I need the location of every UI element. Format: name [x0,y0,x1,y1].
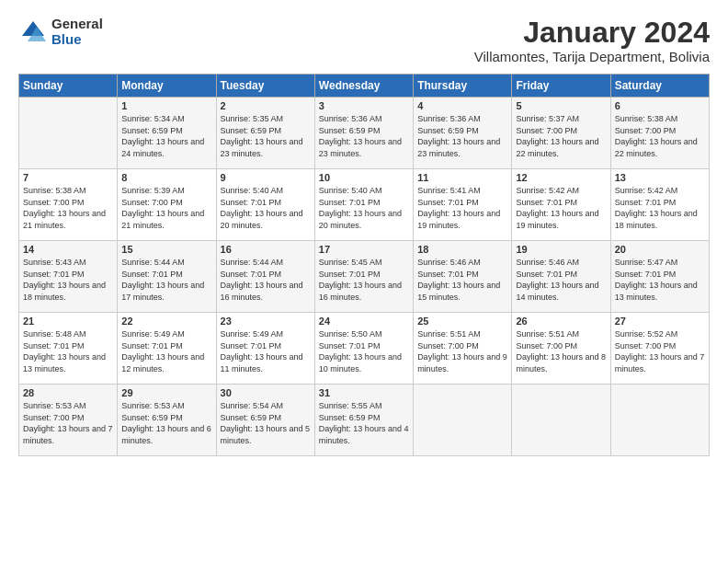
header-monday: Monday [118,75,216,98]
day-number: 1 [121,100,211,111]
day-number: 23 [221,316,311,327]
day-number: 8 [121,172,211,183]
calendar-cell-w3d2: 15Sunrise: 5:44 AMSunset: 7:01 PMDayligh… [118,241,216,313]
calendar-cell-w3d7: 20Sunrise: 5:47 AMSunset: 7:01 PMDayligh… [610,241,709,313]
calendar-cell-w3d5: 18Sunrise: 5:46 AMSunset: 7:01 PMDayligh… [414,241,512,313]
day-number: 19 [516,244,606,255]
day-info: Sunrise: 5:36 AMSunset: 6:59 PMDaylight:… [319,113,409,159]
day-info: Sunrise: 5:51 AMSunset: 7:00 PMDaylight:… [516,328,606,374]
header-tuesday: Tuesday [216,75,314,98]
day-number: 27 [615,316,705,327]
day-info: Sunrise: 5:54 AMSunset: 6:59 PMDaylight:… [221,400,311,446]
day-number: 25 [417,316,507,327]
calendar-cell-w1d2: 1Sunrise: 5:34 AMSunset: 6:59 PMDaylight… [118,98,216,169]
day-info: Sunrise: 5:41 AMSunset: 7:01 PMDaylight:… [417,185,507,231]
calendar-week-row-2: 7Sunrise: 5:38 AMSunset: 7:00 PMDaylight… [19,169,710,241]
logo-text: General Blue [51,17,103,47]
day-info: Sunrise: 5:49 AMSunset: 7:01 PMDaylight:… [121,328,211,374]
day-number: 14 [23,244,113,255]
day-number: 15 [121,244,211,255]
calendar-cell-w3d1: 14Sunrise: 5:43 AMSunset: 7:01 PMDayligh… [19,241,118,313]
logo-general-text: General [51,17,103,32]
calendar-cell-w4d3: 23Sunrise: 5:49 AMSunset: 7:01 PMDayligh… [216,313,314,385]
day-number: 6 [615,100,705,111]
logo-icon [18,17,48,47]
calendar-cell-w1d1 [19,98,118,169]
day-number: 5 [516,100,606,111]
calendar-cell-w3d6: 19Sunrise: 5:46 AMSunset: 7:01 PMDayligh… [512,241,610,313]
calendar-cell-w4d6: 26Sunrise: 5:51 AMSunset: 7:00 PMDayligh… [512,313,610,385]
calendar-cell-w2d5: 11Sunrise: 5:41 AMSunset: 7:01 PMDayligh… [414,169,512,241]
day-info: Sunrise: 5:44 AMSunset: 7:01 PMDaylight:… [221,257,311,303]
day-info: Sunrise: 5:37 AMSunset: 7:00 PMDaylight:… [516,113,606,159]
calendar-cell-w3d4: 17Sunrise: 5:45 AMSunset: 7:01 PMDayligh… [314,241,413,313]
day-info: Sunrise: 5:47 AMSunset: 7:01 PMDaylight:… [615,257,705,303]
calendar-cell-w1d5: 4Sunrise: 5:36 AMSunset: 6:59 PMDaylight… [414,98,512,169]
day-number: 2 [221,100,311,111]
calendar-cell-w5d1: 28Sunrise: 5:53 AMSunset: 7:00 PMDayligh… [19,385,118,456]
calendar-cell-w5d2: 29Sunrise: 5:53 AMSunset: 6:59 PMDayligh… [118,385,216,456]
logo: General Blue [18,17,103,47]
calendar-cell-w2d4: 10Sunrise: 5:40 AMSunset: 7:01 PMDayligh… [314,169,413,241]
header-friday: Friday [512,75,610,98]
calendar-cell-w2d6: 12Sunrise: 5:42 AMSunset: 7:01 PMDayligh… [512,169,610,241]
header: General Blue January 2024 Villamontes, T… [18,17,710,64]
day-number: 13 [615,172,705,183]
day-info: Sunrise: 5:52 AMSunset: 7:00 PMDaylight:… [615,328,705,374]
day-info: Sunrise: 5:35 AMSunset: 6:59 PMDaylight:… [221,113,311,159]
day-info: Sunrise: 5:42 AMSunset: 7:01 PMDaylight:… [615,185,705,231]
day-info: Sunrise: 5:51 AMSunset: 7:00 PMDaylight:… [417,328,507,374]
day-info: Sunrise: 5:55 AMSunset: 6:59 PMDaylight:… [319,400,409,446]
calendar-cell-w2d7: 13Sunrise: 5:42 AMSunset: 7:01 PMDayligh… [610,169,709,241]
day-info: Sunrise: 5:50 AMSunset: 7:01 PMDaylight:… [319,328,409,374]
calendar-cell-w5d4: 31Sunrise: 5:55 AMSunset: 6:59 PMDayligh… [314,385,413,456]
calendar-header-row: Sunday Monday Tuesday Wednesday Thursday… [19,75,710,98]
day-info: Sunrise: 5:40 AMSunset: 7:01 PMDaylight:… [221,185,311,231]
calendar-cell-w5d3: 30Sunrise: 5:54 AMSunset: 6:59 PMDayligh… [216,385,314,456]
day-number: 18 [417,244,507,255]
calendar-cell-w5d6 [512,385,610,456]
day-number: 4 [417,100,507,111]
day-number: 31 [319,387,409,398]
day-number: 28 [23,387,113,398]
day-info: Sunrise: 5:46 AMSunset: 7:01 PMDaylight:… [516,257,606,303]
header-thursday: Thursday [414,75,512,98]
day-info: Sunrise: 5:49 AMSunset: 7:01 PMDaylight:… [221,328,311,374]
day-number: 12 [516,172,606,183]
day-number: 20 [615,244,705,255]
day-info: Sunrise: 5:46 AMSunset: 7:01 PMDaylight:… [417,257,507,303]
calendar-week-row-3: 14Sunrise: 5:43 AMSunset: 7:01 PMDayligh… [19,241,710,313]
calendar-cell-w4d4: 24Sunrise: 5:50 AMSunset: 7:01 PMDayligh… [314,313,413,385]
logo-blue-text: Blue [51,32,103,48]
day-number: 11 [417,172,507,183]
calendar-cell-w4d1: 21Sunrise: 5:48 AMSunset: 7:01 PMDayligh… [19,313,118,385]
day-info: Sunrise: 5:34 AMSunset: 6:59 PMDaylight:… [121,113,211,159]
calendar-cell-w2d2: 8Sunrise: 5:39 AMSunset: 7:00 PMDaylight… [118,169,216,241]
location-title: Villamontes, Tarija Department, Bolivia [474,49,710,64]
calendar-cell-w1d7: 6Sunrise: 5:38 AMSunset: 7:00 PMDaylight… [610,98,709,169]
day-number: 16 [221,244,311,255]
day-number: 21 [23,316,113,327]
header-saturday: Saturday [610,75,709,98]
calendar-cell-w1d6: 5Sunrise: 5:37 AMSunset: 7:00 PMDaylight… [512,98,610,169]
calendar-cell-w5d7 [610,385,709,456]
day-number: 30 [221,387,311,398]
day-number: 26 [516,316,606,327]
calendar-cell-w5d5 [414,385,512,456]
calendar-cell-w4d7: 27Sunrise: 5:52 AMSunset: 7:00 PMDayligh… [610,313,709,385]
day-info: Sunrise: 5:36 AMSunset: 6:59 PMDaylight:… [417,113,507,159]
day-number: 10 [319,172,409,183]
day-info: Sunrise: 5:44 AMSunset: 7:01 PMDaylight:… [121,257,211,303]
page: General Blue January 2024 Villamontes, T… [0,0,728,465]
calendar-week-row-5: 28Sunrise: 5:53 AMSunset: 7:00 PMDayligh… [19,385,710,456]
day-number: 29 [121,387,211,398]
day-info: Sunrise: 5:40 AMSunset: 7:01 PMDaylight:… [319,185,409,231]
day-info: Sunrise: 5:48 AMSunset: 7:01 PMDaylight:… [23,328,113,374]
title-block: January 2024 Villamontes, Tarija Departm… [474,17,710,64]
calendar-cell-w3d3: 16Sunrise: 5:44 AMSunset: 7:01 PMDayligh… [216,241,314,313]
header-wednesday: Wednesday [314,75,413,98]
day-info: Sunrise: 5:42 AMSunset: 7:01 PMDaylight:… [516,185,606,231]
calendar-week-row-1: 1Sunrise: 5:34 AMSunset: 6:59 PMDaylight… [19,98,710,169]
day-info: Sunrise: 5:39 AMSunset: 7:00 PMDaylight:… [121,185,211,231]
day-number: 9 [221,172,311,183]
